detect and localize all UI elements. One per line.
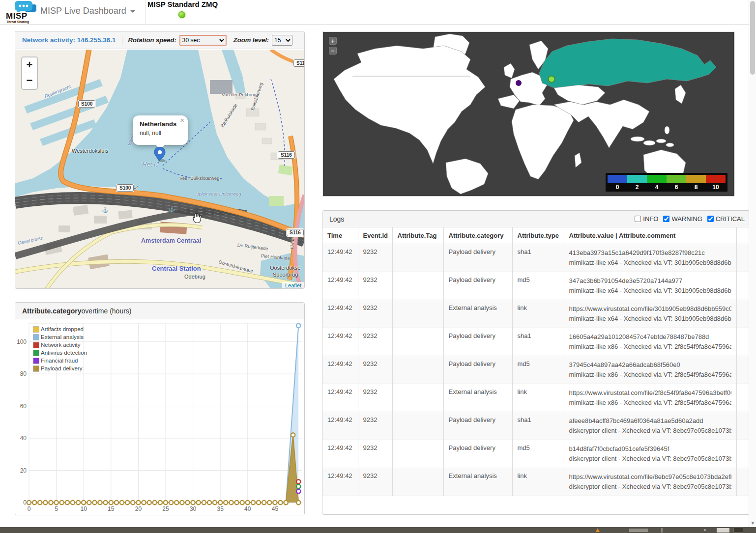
- log-type: link: [512, 300, 564, 328]
- dashboard-menu[interactable]: MISP Live Dashboard: [40, 6, 135, 16]
- svg-text:60: 60: [20, 403, 27, 410]
- network-activity-panel: Network activity: 146.255.36.1 Rotation …: [15, 31, 305, 289]
- legend-color-segment: [706, 175, 726, 183]
- log-time: 12:49:42: [322, 440, 358, 468]
- log-value: https://www.virustotal.com/file/301b905e…: [569, 304, 731, 314]
- log-type: sha1: [512, 244, 564, 272]
- log-category: Payload delivery: [443, 412, 512, 440]
- header-separator: [122, 36, 122, 45]
- log-category: Payload delivery: [443, 328, 512, 356]
- zoom-level-select[interactable]: 15: [272, 35, 292, 46]
- misp-dashboard: MISP Threat Sharing MISP Live Dashboard …: [0, 0, 756, 533]
- log-value-comment: 347ac3b6b791054de3e5720a7144a977mimikatz…: [564, 272, 736, 300]
- filter-info[interactable]: INFO: [635, 215, 658, 223]
- legend-tick-label: 2: [627, 183, 647, 191]
- filter-checkbox-critical[interactable]: [707, 216, 714, 222]
- log-row: 12:49:429232Payload deliverymd5347ac3b6b…: [322, 272, 752, 300]
- svg-text:80: 80: [20, 370, 27, 377]
- page-scrollbar[interactable]: ▼: [749, 0, 756, 527]
- log-tag: [392, 328, 443, 356]
- legend-tick-label: 6: [667, 183, 686, 191]
- log-event-id: 9232: [358, 468, 392, 496]
- log-tag: [392, 356, 443, 384]
- map-zoom-out-button[interactable]: −: [22, 73, 37, 89]
- world-map-panel: + − 0246810: [322, 31, 735, 197]
- log-row: 12:49:429232External analysislinkhttps:/…: [322, 468, 752, 496]
- legend-item: Antivirus detection: [33, 349, 87, 357]
- svg-text:40: 40: [20, 435, 27, 442]
- taskbar-indicator-icon: [596, 528, 600, 532]
- svg-text:35: 35: [217, 505, 224, 512]
- svg-text:40: 40: [244, 505, 251, 512]
- log-tag: [392, 244, 443, 272]
- legend-tick-label: 8: [686, 183, 706, 191]
- world-map-art: [323, 32, 734, 196]
- legend-tick-label: 0: [608, 183, 627, 191]
- leaflet-attribution[interactable]: Leaflet: [282, 282, 304, 289]
- filter-warning[interactable]: WARNING: [663, 215, 702, 223]
- network-panel-header: Network activity: 146.255.36.1 Rotation …: [15, 31, 304, 49]
- svg-text:⚓: ⚓: [102, 206, 109, 213]
- misp-logo[interactable]: MISP Threat Sharing: [5, 0, 36, 24]
- legend-swatch-icon: [33, 326, 39, 333]
- legend-item: Artifacts dropped: [33, 325, 87, 333]
- column-header: Attribute.Tag: [392, 227, 443, 244]
- taskbar: [0, 527, 756, 533]
- map-zoom-control: + −: [21, 56, 38, 90]
- log-value: https://www.virustotal.com/file/8ebc97e0…: [569, 472, 731, 482]
- taskbar-item[interactable]: [704, 529, 706, 531]
- svg-text:0: 0: [28, 505, 31, 512]
- log-value-comment: https://www.virustotal.com/file/8ebc97e0…: [564, 468, 736, 496]
- caret-down-icon: [130, 10, 135, 13]
- svg-text:45: 45: [272, 505, 279, 512]
- svg-text:0: 0: [23, 499, 27, 506]
- log-row: 12:49:429232External analysislinkhttps:/…: [322, 300, 752, 328]
- map-popup: × Netherlands null, null: [133, 115, 188, 145]
- log-time: 12:49:42: [322, 300, 358, 328]
- log-tag: [392, 412, 443, 440]
- log-value-comment: https://www.virustotal.com/file/301b905e…: [564, 300, 736, 328]
- world-zoom-control: + −: [329, 37, 337, 56]
- world-map-legend: 0246810: [606, 173, 727, 192]
- legend-tick-label: 10: [706, 183, 726, 191]
- chart-body: 020406080100051015202530354045 Artifacts…: [15, 319, 304, 515]
- log-value-comment: https://www.virustotal.com/file/2f8c54f9…: [564, 384, 736, 412]
- legend-color-segment: [627, 175, 647, 183]
- popup-close-icon[interactable]: ×: [180, 117, 184, 124]
- misp-logo-bubbles-icon: [11, 0, 42, 12]
- category-chart-panel: Attribute.category overtime (hours) 0204…: [15, 302, 305, 515]
- taskbar-item[interactable]: [661, 528, 663, 533]
- filter-checkbox-warning[interactable]: [663, 216, 669, 222]
- log-category: Payload delivery: [443, 440, 512, 468]
- world-map[interactable]: + − 0246810: [323, 32, 734, 196]
- scrollbar-thumb[interactable]: [750, 1, 755, 75]
- legend-label: Financial fraud: [41, 358, 78, 364]
- netherlands-marker: [516, 80, 522, 86]
- log-value-comment: 37945c44a897aa42a66adcab68f560e0mimikatz…: [564, 356, 736, 384]
- filter-critical[interactable]: CRITICAL: [707, 215, 745, 223]
- map-marker-pin[interactable]: [154, 147, 167, 165]
- log-event-id: 9232: [358, 272, 392, 300]
- log-tag: [392, 440, 443, 468]
- log-tag: [392, 272, 443, 300]
- rotation-speed-select[interactable]: 30 sec: [179, 35, 227, 46]
- world-zoom-in-button[interactable]: +: [329, 37, 337, 45]
- column-header: Attribute.value | Attribute.comment: [564, 227, 736, 244]
- filter-checkbox-info[interactable]: [635, 216, 641, 222]
- network-activity-title[interactable]: Network activity: 146.255.36.1: [22, 36, 116, 44]
- leaflet-map[interactable]: ⚓ ⚓ WesterdoksluisHet IJVeer Buiksloterw…: [15, 50, 304, 289]
- log-category: Payload delivery: [443, 244, 512, 272]
- taskbar-item[interactable]: [733, 528, 743, 533]
- log-time: 12:49:42: [322, 412, 358, 440]
- navbar-divider: [145, 0, 145, 24]
- taskbar-item[interactable]: [717, 528, 729, 533]
- log-type: md5: [512, 440, 564, 468]
- log-value: https://www.virustotal.com/file/2f8c54f9…: [569, 388, 731, 398]
- scrollbar-down-arrow-icon[interactable]: ▼: [749, 520, 756, 527]
- taskbar-item[interactable]: [629, 529, 648, 532]
- world-zoom-out-button[interactable]: −: [329, 47, 337, 55]
- legend-swatch-icon: [33, 365, 39, 372]
- chart-title-bold: Attribute.category: [22, 307, 82, 315]
- map-zoom-in-button[interactable]: +: [22, 57, 37, 73]
- zoom-level-label: Zoom level:: [233, 36, 269, 44]
